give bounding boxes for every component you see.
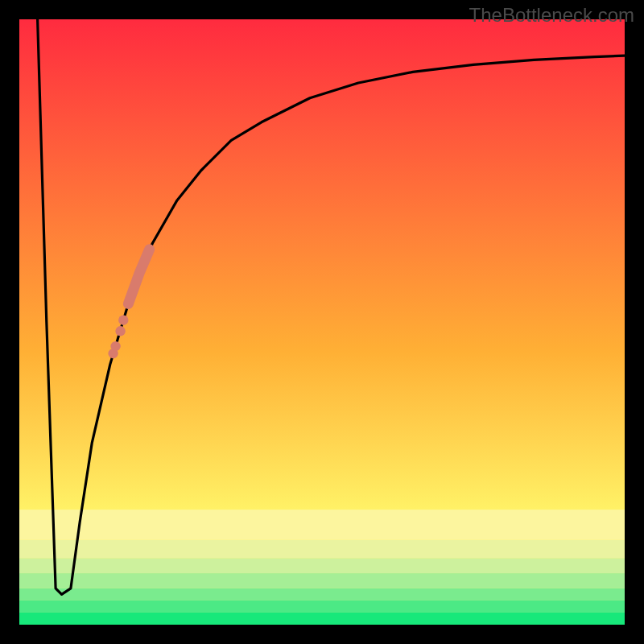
highlight-dot bbox=[118, 316, 128, 325]
chart-container: TheBottleneck.com bbox=[0, 0, 644, 644]
svg-rect-6 bbox=[19, 558, 625, 573]
highlight-dot bbox=[115, 326, 125, 336]
svg-rect-5 bbox=[19, 573, 625, 588]
svg-rect-2 bbox=[19, 613, 625, 625]
svg-rect-8 bbox=[19, 510, 625, 540]
bottleneck-chart bbox=[0, 0, 644, 644]
svg-rect-3 bbox=[19, 601, 625, 613]
watermark-text: TheBottleneck.com bbox=[469, 4, 634, 27]
svg-rect-7 bbox=[19, 540, 625, 559]
svg-rect-4 bbox=[19, 588, 625, 601]
highlight-dot bbox=[110, 341, 120, 351]
